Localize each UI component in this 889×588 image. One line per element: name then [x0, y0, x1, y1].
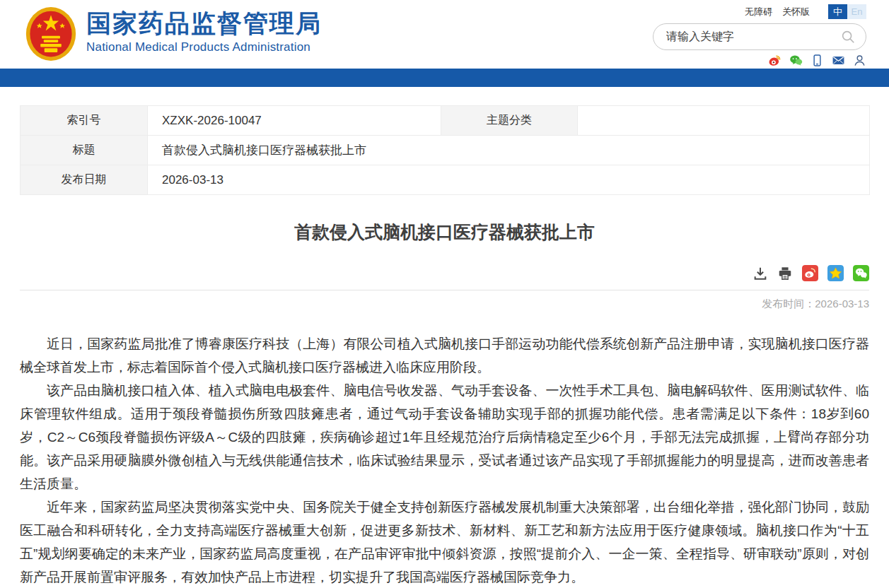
article-title: 首款侵入式脑机接口医疗器械获批上市 — [20, 220, 869, 244]
weibo-icon[interactable] — [768, 54, 781, 67]
mobile-icon[interactable] — [810, 54, 824, 67]
topic-category-value — [578, 106, 870, 136]
index-number-label: 索引号 — [21, 106, 148, 136]
article-paragraph: 该产品由脑机接口植入体、植入式脑电电极套件、脑电信号收发器、气动手套设备、一次性… — [20, 379, 869, 495]
article-paragraph: 近年来，国家药监局坚决贯彻落实党中央、国务院关于健全支持创新医疗器械发展机制重大… — [20, 495, 869, 588]
qzone-share-icon[interactable] — [827, 265, 844, 281]
download-icon[interactable] — [753, 266, 768, 281]
language-toggle: 中 En — [828, 4, 866, 19]
site-name-zh: 国家药品监督管理局 — [86, 9, 322, 37]
site-name-en: National Medical Products Administration — [86, 40, 322, 54]
table-row: 标题 首款侵入式脑机接口医疗器械获批上市 — [21, 136, 870, 165]
national-emblem-logo — [25, 6, 77, 62]
care-mode-link[interactable]: 关怀版 — [782, 6, 810, 18]
document-info-table: 索引号 XZXK-2026-10047 主题分类 标题 首款侵入式脑机接口医疗器… — [20, 105, 870, 195]
publish-time-value: 2026-03-13 — [815, 298, 869, 310]
print-icon[interactable] — [777, 266, 793, 281]
topbar: 无障碍 关怀版 中 En — [745, 4, 866, 19]
mail-icon[interactable] — [832, 54, 845, 67]
index-number-value: XZXK-2026-10047 — [148, 106, 441, 136]
header-social-icons — [768, 54, 866, 67]
publish-date-value: 2026-03-13 — [148, 165, 870, 195]
table-row: 发布日期 2026-03-13 — [21, 165, 870, 195]
article-tools-row — [20, 265, 869, 290]
header-blue-band — [0, 69, 889, 87]
publish-time: 发布时间：2026-03-13 — [20, 298, 869, 311]
site-header: 无障碍 关怀版 中 En 国家药品监督管理局 National Medical … — [0, 0, 889, 69]
publish-time-label: 发布时间： — [762, 298, 815, 310]
lang-en-button[interactable]: En — [847, 4, 866, 19]
article-body: 近日，国家药监局批准了博睿康医疗科技（上海）有限公司植入式脑机接口手部运动功能代… — [20, 332, 869, 588]
title-label: 标题 — [21, 136, 148, 165]
site-title-block: 国家药品监督管理局 National Medical Products Admi… — [86, 9, 322, 54]
article-paragraph: 近日，国家药监局批准了博睿康医疗科技（上海）有限公司植入式脑机接口手部运动功能代… — [20, 332, 869, 379]
accessibility-link[interactable]: 无障碍 — [745, 6, 772, 18]
wechat-icon[interactable] — [789, 54, 803, 67]
main-content: 索引号 XZXK-2026-10047 主题分类 标题 首款侵入式脑机接口医疗器… — [0, 105, 889, 588]
publish-date-label: 发布日期 — [21, 165, 148, 195]
user-icon[interactable] — [853, 54, 866, 67]
page: 无障碍 关怀版 中 En 国家药品监督管理局 National Medical … — [0, 0, 889, 588]
table-row: 索引号 XZXK-2026-10047 主题分类 — [21, 106, 870, 136]
weibo-share-icon[interactable] — [802, 265, 818, 281]
lang-zh-button[interactable]: 中 — [828, 4, 847, 19]
search-box — [653, 23, 866, 50]
search-icon[interactable] — [840, 29, 856, 45]
search-input[interactable] — [666, 30, 840, 43]
wechat-share-icon[interactable] — [853, 265, 869, 281]
title-value: 首款侵入式脑机接口医疗器械获批上市 — [148, 136, 870, 165]
topic-category-label: 主题分类 — [441, 106, 578, 136]
